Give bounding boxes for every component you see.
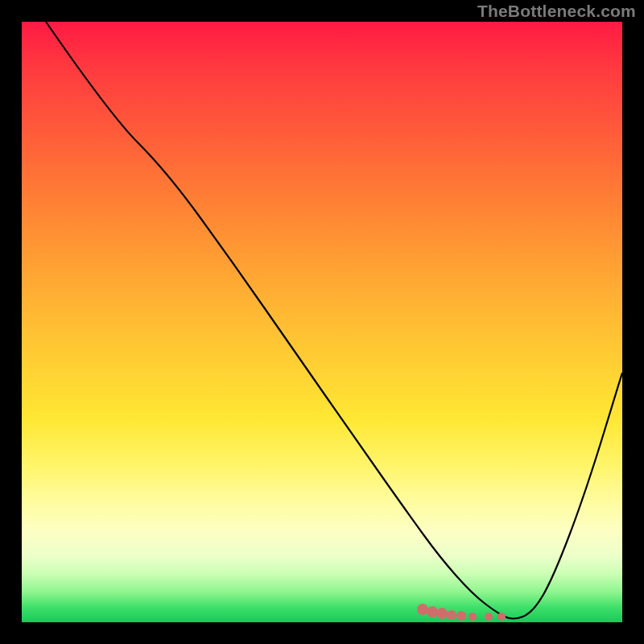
marker-dot — [497, 613, 506, 621]
chart-frame — [22, 22, 622, 622]
marker-dot — [427, 606, 438, 617]
bottleneck-curve — [46, 22, 622, 619]
marker-dot — [469, 613, 477, 621]
marker-dot — [447, 610, 456, 620]
marker-dot — [456, 611, 466, 621]
watermark-text: TheBottleneck.com — [477, 2, 636, 21]
chart-svg — [22, 22, 622, 622]
marker-dots-group — [417, 604, 506, 621]
marker-dot — [436, 608, 448, 619]
line-series-curve — [46, 22, 622, 619]
marker-dot — [485, 613, 493, 621]
marker-dot — [417, 604, 428, 615]
